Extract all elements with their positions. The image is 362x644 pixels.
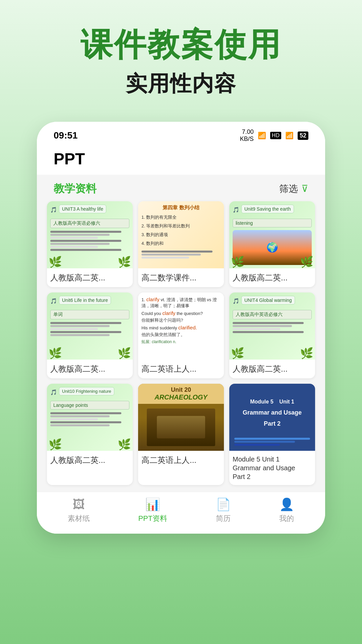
card-8-thumb: Unit 20ARCHAEOLOGY (138, 384, 224, 451)
card-3[interactable]: 🎵 Unit9 Saving the earth listening 🌍 🌿 🌿… (229, 201, 315, 287)
material-icon: 🖼 (73, 497, 85, 512)
card-1-label: 人教版高二英... (47, 268, 133, 287)
filter-label: 教学资料 (54, 181, 97, 196)
card-5-label: 高二英语上人... (138, 360, 224, 378)
card-6-thumb: 🎵 UNIT4 Global warming 人教版高中英语必修六 🌿 🌿 (229, 292, 315, 360)
wifi-icon: 📶 (258, 131, 266, 140)
nav-item-material[interactable]: 🖼 素材纸 (68, 497, 90, 524)
nav-label-resume: 简历 (216, 514, 231, 524)
card-8-label: 高二英语上人... (138, 451, 224, 470)
card-7[interactable]: 🎵 Unit10 Frightening nature Language poi… (47, 384, 133, 485)
nav-label-ppt: PPT资料 (138, 514, 167, 524)
resume-icon: 📄 (216, 497, 231, 512)
card-5[interactable]: 1. clarify vt. 澄清，讲清楚；明朗 vs 澄清，清晰，明了；易懂事… (138, 292, 224, 378)
hero-subtitle: 实用性内容 (20, 69, 342, 98)
status-icons: 7.00KB/S 📶 HD 📶 52 (240, 128, 308, 143)
card-8[interactable]: Unit 20ARCHAEOLOGY 高二英语上人... (138, 384, 224, 485)
mine-icon: 👤 (279, 497, 294, 512)
phone-container: 09:51 7.00KB/S 📶 HD 📶 52 PPT 教学资料 筛选 ⊽ (37, 122, 325, 534)
hd-badge: HD (270, 132, 281, 139)
card-2-label: 高二数学课件... (138, 268, 224, 287)
card-7-label: 人教版高二英... (47, 451, 133, 470)
speed-indicator: 7.00KB/S (240, 128, 254, 143)
card-1[interactable]: 🎵 UNIT3 A healthy life 人教版高中英语必修六 (47, 201, 133, 287)
cards-grid: 🎵 UNIT3 A healthy life 人教版高中英语必修六 (47, 201, 315, 492)
nav-item-mine[interactable]: 👤 我的 (279, 497, 294, 524)
card-4-label: 人教版高二英... (47, 360, 133, 378)
bottom-nav: 🖼 素材纸 📊 PPT资料 📄 简历 👤 我的 (37, 492, 325, 534)
card-7-thumb: 🎵 Unit10 Frightening nature Language poi… (47, 384, 133, 451)
content-area: 教学资料 筛选 ⊽ 🎵 UNIT3 A healthy life 人教版高中英语… (37, 175, 325, 492)
signal-icon: 📶 (285, 131, 294, 140)
filter-right[interactable]: 筛选 ⊽ (279, 182, 308, 195)
card-6-label: 人教版高二英... (229, 360, 315, 378)
card-1-tag: UNIT3 A healthy life (59, 205, 106, 213)
card-1-thumb: 🎵 UNIT3 A healthy life 人教版高中英语必修六 (47, 201, 133, 268)
card-9-label: Module 5 Unit 1Grammar and UsagePart 2 (229, 451, 315, 485)
card-2-thumb: 第四章 数列小结 1. 数列的有无限全 2. 等差数列和等差比数列 3. 数列的… (138, 201, 224, 268)
battery-indicator: 52 (298, 131, 308, 140)
hero-section: 课件教案使用 实用性内容 (0, 0, 362, 112)
card-9-thumb: Module 5 Unit 1 Grammar and Usage Part 2 (229, 384, 315, 451)
card-2[interactable]: 第四章 数列小结 1. 数列的有无限全 2. 等差数列和等差比数列 3. 数列的… (138, 201, 224, 287)
nav-label-material: 素材纸 (68, 514, 90, 524)
card-3-thumb: 🎵 Unit9 Saving the earth listening 🌍 🌿 🌿 (229, 201, 315, 268)
filter-icon[interactable]: ⊽ (301, 183, 308, 194)
filter-bar: 教学资料 筛选 ⊽ (47, 175, 315, 201)
card-3-label: 人教版高二英... (229, 268, 315, 287)
card-9[interactable]: Module 5 Unit 1 Grammar and Usage Part 2 (229, 384, 315, 485)
nav-item-resume[interactable]: 📄 简历 (216, 497, 231, 524)
status-bar: 09:51 7.00KB/S 📶 HD 📶 52 (37, 122, 325, 146)
card-4-thumb: 🎵 Unit6 Life in the future 单词 🌿 🌿 (47, 292, 133, 360)
status-time: 09:51 (54, 130, 78, 141)
hero-title: 课件教案使用 (20, 27, 342, 62)
card-4[interactable]: 🎵 Unit6 Life in the future 单词 🌿 🌿 (47, 292, 133, 378)
app-title: PPT (54, 150, 308, 168)
filter-text: 筛选 (279, 182, 298, 195)
card-6[interactable]: 🎵 UNIT4 Global warming 人教版高中英语必修六 🌿 🌿 (229, 292, 315, 378)
app-header: PPT (37, 146, 325, 175)
card-5-thumb: 1. clarify vt. 澄清，讲清楚；明朗 vs 澄清，清晰，明了；易懂事… (138, 292, 224, 360)
nav-label-mine: 我的 (279, 514, 294, 524)
nav-item-ppt[interactable]: 📊 PPT资料 (138, 497, 167, 524)
ppt-icon: 📊 (145, 497, 160, 512)
